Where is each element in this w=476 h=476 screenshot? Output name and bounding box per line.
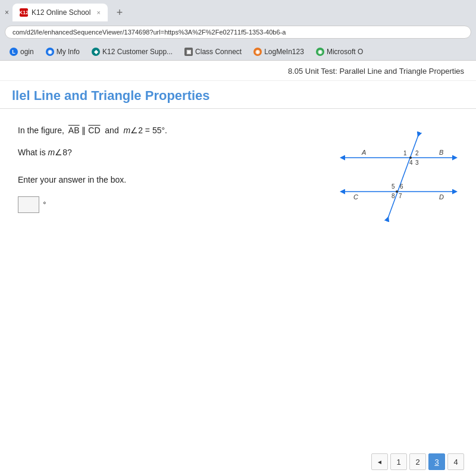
svg-text:A: A <box>361 149 366 156</box>
answer-input-box[interactable] <box>18 196 39 213</box>
bookmark-label-classconnect: Class Connect <box>195 48 242 56</box>
svg-text:4: 4 <box>409 159 413 166</box>
unit-heading: llel Line and Triangle Properties <box>0 81 476 109</box>
svg-text:5: 5 <box>392 183 395 190</box>
bookmarks-bar: L ogin ◉ My Info ◆ K12 Customer Supp... … <box>0 43 476 61</box>
bookmark-favicon-k12support: ◆ <box>92 48 100 56</box>
browser-tab[interactable]: K12 K12 Online School × <box>12 4 108 21</box>
bookmark-label-myinfo: My Info <box>57 48 80 56</box>
pagination-page-1[interactable]: 1 <box>390 453 407 470</box>
question-area: In the figure, AB ∥ CD and m∠2 = 55°. Wh… <box>0 109 476 241</box>
svg-text:B: B <box>439 149 443 156</box>
address-bar-row: com/d2l/le/enhancedSequenceViewer/137469… <box>0 21 476 43</box>
bookmark-microsoft[interactable]: ◉ Microsoft O <box>311 46 368 57</box>
degree-symbol: ° <box>43 201 46 209</box>
answer-instruction: Enter your answer in the box. <box>18 175 327 184</box>
bookmark-logmein[interactable]: ◉ LogMeIn123 <box>249 46 309 57</box>
pagination-page-3[interactable]: 3 <box>428 453 445 470</box>
page-content: 8.05 Unit Test: Parallel Line and Triang… <box>0 61 476 476</box>
pagination-page-2[interactable]: 2 <box>409 453 426 470</box>
bookmark-label-login: ogin <box>20 48 34 56</box>
svg-text:8: 8 <box>392 193 395 199</box>
tab-favicon: K12 <box>20 8 28 17</box>
bookmark-favicon-logmein: ◉ <box>253 48 262 56</box>
bookmark-label-logmein: LogMeIn123 <box>264 48 304 56</box>
svg-point-15 <box>409 156 412 159</box>
answer-instruction-area: Enter your answer in the box. ° <box>18 175 327 213</box>
svg-text:2: 2 <box>415 150 419 156</box>
question-statement: In the figure, AB ∥ CD and m∠2 = 55°. <box>18 123 327 138</box>
svg-text:D: D <box>439 193 444 201</box>
answer-box-area: ° <box>18 196 327 213</box>
window-close-btn[interactable]: × <box>5 8 9 17</box>
pagination-page-4[interactable]: 4 <box>447 453 464 470</box>
svg-text:6: 6 <box>400 183 403 190</box>
pagination-prev-button[interactable]: ◄ <box>371 453 388 470</box>
question-text-area: In the figure, AB ∥ CD and m∠2 = 55°. Wh… <box>18 123 327 227</box>
bookmark-label-microsoft: Microsoft O <box>327 48 363 56</box>
page-title: 8.05 Unit Test: Parallel Line and Triang… <box>288 67 464 76</box>
address-bar[interactable]: com/d2l/le/enhancedSequenceViewer/137469… <box>5 26 471 39</box>
bookmark-k12support[interactable]: ◆ K12 Customer Supp... <box>87 46 177 57</box>
browser-chrome: × K12 K12 Online School × + com/d2l/le/e… <box>0 0 476 61</box>
diagram-area: A B 1 2 4 3 C D 5 6 8 <box>339 123 458 227</box>
svg-point-16 <box>396 190 398 193</box>
new-tab-button[interactable]: + <box>111 4 128 21</box>
tab-label: K12 Online School <box>32 8 90 17</box>
bookmark-classconnect[interactable]: ▣ Class Connect <box>180 46 246 57</box>
svg-text:1: 1 <box>403 150 407 156</box>
tab-close-icon[interactable]: × <box>97 9 101 16</box>
geometry-diagram: A B 1 2 4 3 C D 5 6 8 <box>339 129 458 224</box>
bookmark-myinfo[interactable]: ◉ My Info <box>41 46 84 57</box>
svg-text:C: C <box>353 193 358 201</box>
bookmark-login[interactable]: L ogin <box>5 46 39 57</box>
svg-line-3 <box>387 132 419 221</box>
bookmark-favicon-classconnect: ▣ <box>184 48 193 56</box>
bookmark-favicon-myinfo: ◉ <box>46 48 54 56</box>
pagination-bar: ◄ 1 2 3 4 <box>371 453 464 470</box>
page-title-bar: 8.05 Unit Test: Parallel Line and Triang… <box>0 61 476 81</box>
bookmark-label-k12support: K12 Customer Supp... <box>102 48 173 56</box>
svg-text:7: 7 <box>399 193 402 199</box>
tab-bar: × K12 K12 Online School × + <box>0 0 476 21</box>
bookmark-favicon-microsoft: ◉ <box>316 48 324 56</box>
bookmark-favicon-login: L <box>10 48 18 56</box>
question-ask: What is m∠8? <box>18 148 327 157</box>
svg-text:3: 3 <box>415 159 419 166</box>
